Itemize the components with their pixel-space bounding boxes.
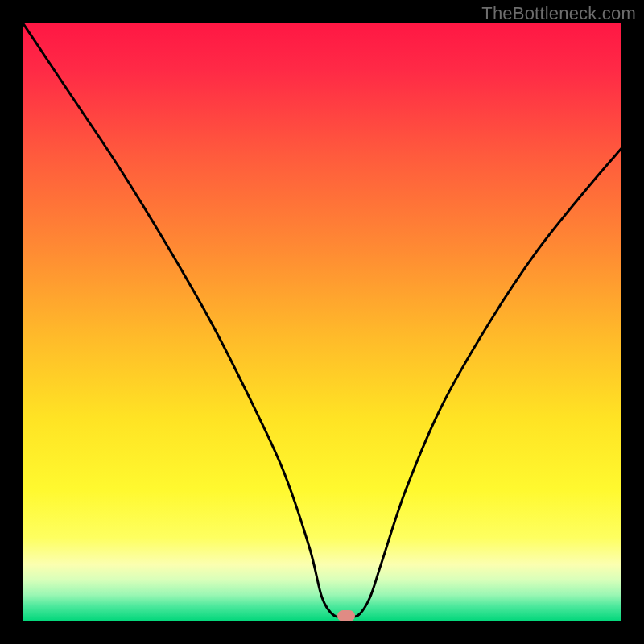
plot-area: [23, 23, 621, 621]
chart-frame: TheBottleneck.com: [0, 0, 644, 644]
watermark-text: TheBottleneck.com: [481, 3, 636, 24]
optimal-point-marker: [337, 610, 355, 621]
bottleneck-curve: [23, 23, 621, 621]
